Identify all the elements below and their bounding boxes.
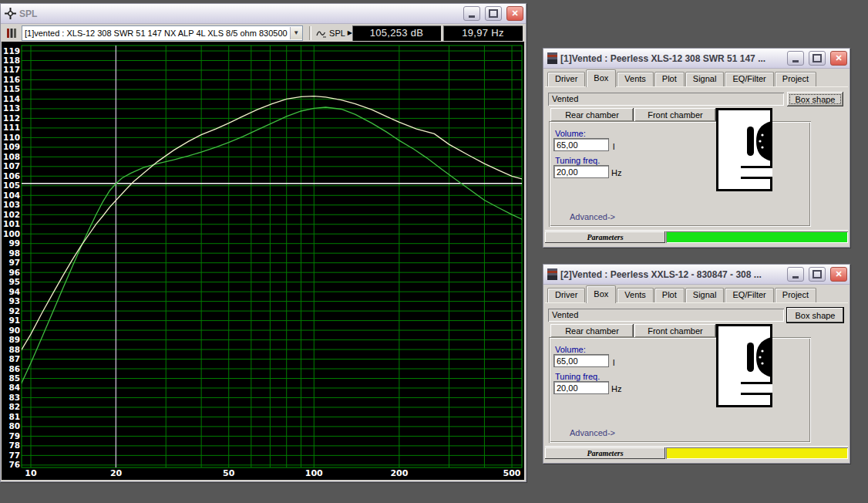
progress-bar — [666, 231, 848, 243]
volume-label: Volume: — [555, 345, 586, 354]
curve-list-icon — [7, 28, 17, 39]
window-title: SPL — [19, 8, 459, 19]
svg-text:93: 93 — [8, 296, 20, 306]
svg-text:83: 83 — [8, 393, 20, 402]
svg-text:112: 112 — [3, 113, 20, 123]
port-icon — [741, 382, 772, 384]
tuning-unit: Hz — [611, 168, 621, 177]
curve-selector-value: [1]vented : XLS-12 308 SWR 51 147 NX ALP… — [22, 29, 290, 38]
svg-text:96: 96 — [8, 268, 20, 277]
svg-text:88: 88 — [8, 345, 20, 354]
spl-toolbar: [1]vented : XLS-12 308 SWR 51 147 NX ALP… — [1, 24, 526, 42]
tab-box[interactable]: Box — [586, 285, 616, 303]
svg-text:101: 101 — [3, 219, 20, 228]
front-chamber-button[interactable]: Front chamber — [634, 108, 716, 122]
tuning-freq-input[interactable] — [553, 165, 609, 178]
svg-text:76: 76 — [8, 460, 20, 469]
status-bar: Parameters — [545, 446, 848, 460]
box-shape-button[interactable]: Box shape — [787, 92, 843, 106]
status-bar: Parameters — [545, 230, 848, 244]
svg-text:50: 50 — [223, 468, 235, 478]
svg-text:500: 500 — [503, 468, 521, 478]
tuning-unit: Hz — [611, 384, 621, 393]
design-window-1: [1]Vented : Peerless XLS-12 308 SWR 51 1… — [543, 48, 850, 248]
svg-text:113: 113 — [3, 103, 20, 113]
svg-text:110: 110 — [3, 133, 20, 142]
svg-text:102: 102 — [3, 210, 20, 219]
svg-text:104: 104 — [3, 191, 20, 200]
svg-text:117: 117 — [3, 65, 20, 74]
svg-text:200: 200 — [390, 468, 408, 478]
svg-text:89: 89 — [8, 335, 20, 344]
svg-text:119: 119 — [3, 46, 20, 56]
volume-input[interactable] — [553, 138, 609, 151]
design-window-2: [2]Vented : Peerless XXLS-12 - 830847 - … — [543, 264, 850, 464]
crosshair-icon — [5, 8, 16, 19]
svg-text:10: 10 — [25, 468, 37, 478]
volume-input[interactable] — [553, 354, 609, 367]
volume-unit: l — [613, 358, 614, 367]
svg-text:107: 107 — [3, 161, 20, 170]
plot-type-menu[interactable]: SPL ▶ — [316, 29, 352, 38]
svg-text:80: 80 — [8, 421, 20, 430]
parameters-button[interactable]: Parameters — [545, 447, 665, 459]
svg-text:94: 94 — [8, 287, 20, 296]
svg-text:106: 106 — [3, 171, 20, 181]
svg-text:95: 95 — [8, 277, 20, 286]
svg-text:84: 84 — [8, 383, 20, 392]
spl-window: SPL ✕ [1]vented : XLS-12 308 SWR 51 147 … — [0, 3, 527, 482]
rear-chamber-button[interactable]: Rear chamber — [550, 108, 634, 122]
svg-text:85: 85 — [8, 373, 20, 383]
desktop: { "desktop": {"background": "#575757"}, … — [0, 0, 868, 503]
svg-text:100: 100 — [305, 468, 323, 478]
tuning-freq-input[interactable] — [553, 381, 609, 394]
svg-text:103: 103 — [3, 200, 20, 209]
driver-magnet-icon — [747, 127, 754, 156]
svg-text:99: 99 — [8, 238, 20, 248]
svg-text:108: 108 — [3, 152, 20, 161]
maximize-button[interactable] — [485, 6, 502, 21]
progress-bar — [666, 447, 848, 459]
tab-box[interactable]: Box — [586, 69, 616, 87]
box-diagram — [716, 108, 772, 191]
tuning-freq-label: Tuning freq. — [555, 372, 600, 381]
enclosure-type-field[interactable]: Vented — [548, 93, 784, 106]
svg-text:20: 20 — [110, 468, 123, 478]
advanced-link[interactable]: Advanced-> — [570, 212, 615, 221]
box-diagram — [716, 324, 772, 407]
advanced-link[interactable]: Advanced-> — [570, 428, 615, 437]
svg-text:105: 105 — [3, 181, 20, 190]
close-button[interactable]: ✕ — [506, 6, 523, 21]
rear-chamber-button[interactable]: Rear chamber — [550, 324, 634, 338]
parameters-button[interactable]: Parameters — [545, 231, 665, 243]
spl-plot[interactable]: 7677787980818283848586878889909192939495… — [2, 42, 524, 480]
volume-label: Volume: — [555, 129, 586, 138]
minimize-button[interactable] — [463, 6, 480, 21]
svg-text:116: 116 — [3, 75, 20, 84]
svg-text:91: 91 — [8, 316, 20, 325]
svg-text:81: 81 — [8, 412, 20, 421]
svg-text:111: 111 — [3, 123, 20, 132]
svg-text:79: 79 — [8, 431, 20, 441]
svg-text:86: 86 — [8, 364, 20, 373]
svg-text:118: 118 — [3, 56, 20, 65]
svg-text:109: 109 — [3, 142, 20, 151]
enclosure-type-field[interactable]: Vented — [548, 309, 784, 322]
svg-text:82: 82 — [8, 402, 20, 411]
tuning-freq-label: Tuning freq. — [555, 156, 600, 165]
plot-type-label: SPL — [329, 29, 345, 38]
spl-chart[interactable]: 7677787980818283848586878889909192939495… — [2, 42, 524, 480]
port-icon — [741, 166, 772, 168]
front-chamber-button[interactable]: Front chamber — [634, 324, 716, 338]
spl-db-readout: 105,253 dB — [352, 25, 441, 41]
svg-text:115: 115 — [3, 84, 20, 93]
chevron-down-icon[interactable]: ▼ — [290, 27, 302, 39]
box-shape-button[interactable]: Box shape — [787, 308, 843, 322]
svg-text:90: 90 — [8, 326, 20, 335]
svg-text:92: 92 — [8, 306, 20, 316]
spl-window-titlebar[interactable]: SPL ✕ — [1, 4, 526, 24]
svg-text:78: 78 — [8, 441, 20, 450]
curve-selector-dropdown[interactable]: [1]vented : XLS-12 308 SWR 51 147 NX ALP… — [22, 25, 303, 41]
svg-text:97: 97 — [8, 258, 20, 267]
svg-text:114: 114 — [3, 94, 20, 103]
